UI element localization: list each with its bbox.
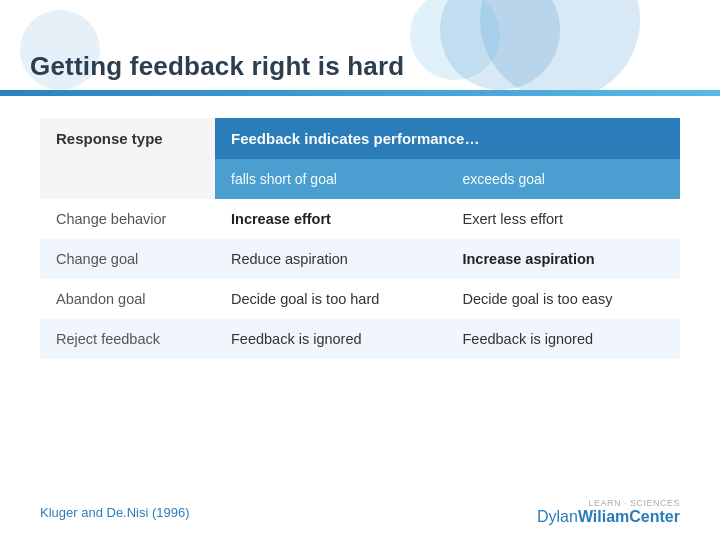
table-row: Abandon goal Decide goal is too hard Dec… [40, 279, 680, 319]
table-row: Change goal Reduce aspiration Increase a… [40, 239, 680, 279]
col1-header: Response type [40, 118, 215, 159]
page-title: Getting feedback right is hard [30, 51, 404, 82]
sub-col2-header: falls short of goal [215, 159, 446, 199]
citation-text: Kluger and De.Nisi (1996) [40, 505, 190, 520]
response-cell: Reject feedback [40, 319, 215, 359]
table-row: Reject feedback Feedback is ignored Feed… [40, 319, 680, 359]
footer: Kluger and De.Nisi (1996) Learn · Scienc… [40, 498, 680, 526]
exceeds-cell: Increase aspiration [446, 239, 680, 279]
branding-name: DylanWiliamCenter [537, 508, 680, 526]
branding: Learn · Sciences DylanWiliamCenter [537, 498, 680, 526]
falls-short-cell: Increase effort [215, 199, 446, 239]
col2-header: Feedback indicates performance… [215, 118, 680, 159]
header: Getting feedback right is hard [0, 0, 720, 90]
sub-col1-empty [40, 159, 215, 199]
falls-short-cell: Decide goal is too hard [215, 279, 446, 319]
branding-small: Learn · Sciences [588, 498, 680, 508]
exceeds-cell: Decide goal is too easy [446, 279, 680, 319]
falls-short-cell: Feedback is ignored [215, 319, 446, 359]
falls-short-cell: Reduce aspiration [215, 239, 446, 279]
table-row: Change behavior Increase effort Exert le… [40, 199, 680, 239]
exceeds-cell: Exert less effort [446, 199, 680, 239]
response-cell: Abandon goal [40, 279, 215, 319]
feedback-table: Response type Feedback indicates perform… [40, 118, 680, 359]
table-subheader-row: falls short of goal exceeds goal [40, 159, 680, 199]
response-cell: Change goal [40, 239, 215, 279]
response-cell: Change behavior [40, 199, 215, 239]
title-bar: Getting feedback right is hard [0, 42, 720, 90]
main-content: Response type Feedback indicates perform… [0, 96, 720, 369]
sub-col3-header: exceeds goal [446, 159, 680, 199]
table-header-row: Response type Feedback indicates perform… [40, 118, 680, 159]
exceeds-cell: Feedback is ignored [446, 319, 680, 359]
